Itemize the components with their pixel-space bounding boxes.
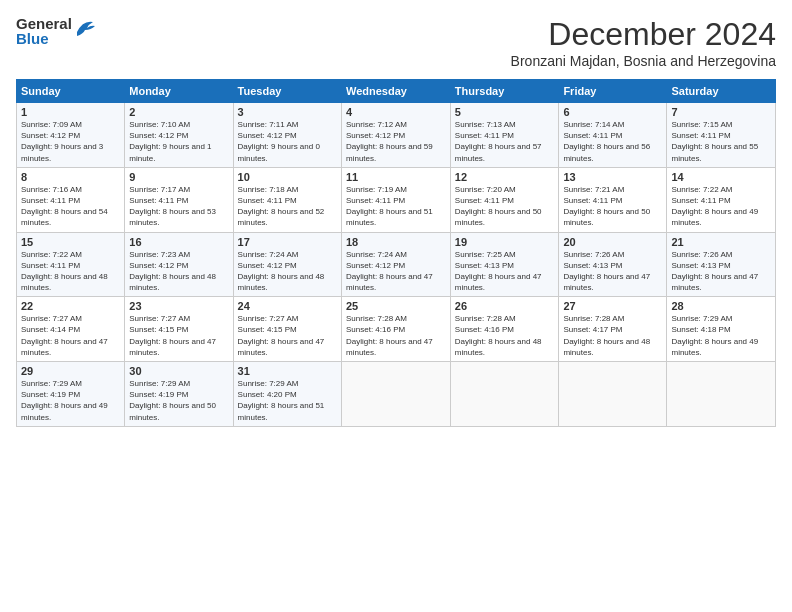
header-day-saturday: Saturday [667, 80, 776, 103]
logo-general: General [16, 16, 72, 31]
day-info: Sunrise: 7:27 AMSunset: 4:15 PMDaylight:… [129, 313, 228, 358]
day-info: Sunrise: 7:22 AMSunset: 4:11 PMDaylight:… [21, 249, 120, 294]
calendar-cell: 22Sunrise: 7:27 AMSunset: 4:14 PMDayligh… [17, 297, 125, 362]
calendar-cell: 27Sunrise: 7:28 AMSunset: 4:17 PMDayligh… [559, 297, 667, 362]
day-number: 12 [455, 171, 555, 183]
day-info: Sunrise: 7:28 AMSunset: 4:16 PMDaylight:… [455, 313, 555, 358]
day-number: 19 [455, 236, 555, 248]
calendar-cell: 3Sunrise: 7:11 AMSunset: 4:12 PMDaylight… [233, 103, 341, 168]
day-number: 5 [455, 106, 555, 118]
month-title: December 2024 [511, 16, 776, 53]
day-number: 6 [563, 106, 662, 118]
calendar-cell [667, 362, 776, 427]
day-number: 29 [21, 365, 120, 377]
day-number: 1 [21, 106, 120, 118]
calendar-cell: 2Sunrise: 7:10 AMSunset: 4:12 PMDaylight… [125, 103, 233, 168]
calendar-cell: 11Sunrise: 7:19 AMSunset: 4:11 PMDayligh… [341, 167, 450, 232]
day-number: 21 [671, 236, 771, 248]
day-info: Sunrise: 7:29 AMSunset: 4:20 PMDaylight:… [238, 378, 337, 423]
day-number: 24 [238, 300, 337, 312]
calendar-cell: 17Sunrise: 7:24 AMSunset: 4:12 PMDayligh… [233, 232, 341, 297]
calendar-header: SundayMondayTuesdayWednesdayThursdayFrid… [17, 80, 776, 103]
day-number: 11 [346, 171, 446, 183]
calendar-cell [450, 362, 559, 427]
logo-bird-icon [75, 18, 97, 36]
week-row-5: 29Sunrise: 7:29 AMSunset: 4:19 PMDayligh… [17, 362, 776, 427]
day-number: 7 [671, 106, 771, 118]
day-info: Sunrise: 7:12 AMSunset: 4:12 PMDaylight:… [346, 119, 446, 164]
day-number: 18 [346, 236, 446, 248]
calendar-body: 1Sunrise: 7:09 AMSunset: 4:12 PMDaylight… [17, 103, 776, 427]
week-row-1: 1Sunrise: 7:09 AMSunset: 4:12 PMDaylight… [17, 103, 776, 168]
calendar-table: SundayMondayTuesdayWednesdayThursdayFrid… [16, 79, 776, 427]
day-info: Sunrise: 7:17 AMSunset: 4:11 PMDaylight:… [129, 184, 228, 229]
header-day-wednesday: Wednesday [341, 80, 450, 103]
day-info: Sunrise: 7:28 AMSunset: 4:16 PMDaylight:… [346, 313, 446, 358]
calendar-cell: 7Sunrise: 7:15 AMSunset: 4:11 PMDaylight… [667, 103, 776, 168]
header-day-tuesday: Tuesday [233, 80, 341, 103]
logo-text: General Blue [16, 16, 72, 46]
day-number: 30 [129, 365, 228, 377]
day-number: 13 [563, 171, 662, 183]
day-info: Sunrise: 7:18 AMSunset: 4:11 PMDaylight:… [238, 184, 337, 229]
day-info: Sunrise: 7:13 AMSunset: 4:11 PMDaylight:… [455, 119, 555, 164]
day-number: 17 [238, 236, 337, 248]
header-day-monday: Monday [125, 80, 233, 103]
day-info: Sunrise: 7:16 AMSunset: 4:11 PMDaylight:… [21, 184, 120, 229]
calendar-cell: 10Sunrise: 7:18 AMSunset: 4:11 PMDayligh… [233, 167, 341, 232]
week-row-3: 15Sunrise: 7:22 AMSunset: 4:11 PMDayligh… [17, 232, 776, 297]
calendar-cell [559, 362, 667, 427]
header: General Blue December 2024 Bronzani Majd… [16, 16, 776, 69]
calendar-cell: 24Sunrise: 7:27 AMSunset: 4:15 PMDayligh… [233, 297, 341, 362]
day-info: Sunrise: 7:29 AMSunset: 4:19 PMDaylight:… [21, 378, 120, 423]
day-number: 4 [346, 106, 446, 118]
calendar-cell: 6Sunrise: 7:14 AMSunset: 4:11 PMDaylight… [559, 103, 667, 168]
week-row-2: 8Sunrise: 7:16 AMSunset: 4:11 PMDaylight… [17, 167, 776, 232]
calendar-cell [341, 362, 450, 427]
day-number: 2 [129, 106, 228, 118]
day-number: 15 [21, 236, 120, 248]
day-number: 27 [563, 300, 662, 312]
logo: General Blue [16, 16, 97, 46]
day-info: Sunrise: 7:27 AMSunset: 4:14 PMDaylight:… [21, 313, 120, 358]
day-info: Sunrise: 7:24 AMSunset: 4:12 PMDaylight:… [346, 249, 446, 294]
day-number: 16 [129, 236, 228, 248]
day-number: 31 [238, 365, 337, 377]
day-info: Sunrise: 7:21 AMSunset: 4:11 PMDaylight:… [563, 184, 662, 229]
day-number: 8 [21, 171, 120, 183]
calendar-cell: 29Sunrise: 7:29 AMSunset: 4:19 PMDayligh… [17, 362, 125, 427]
calendar-cell: 1Sunrise: 7:09 AMSunset: 4:12 PMDaylight… [17, 103, 125, 168]
logo-blue: Blue [16, 31, 72, 46]
day-number: 3 [238, 106, 337, 118]
calendar-cell: 16Sunrise: 7:23 AMSunset: 4:12 PMDayligh… [125, 232, 233, 297]
day-info: Sunrise: 7:23 AMSunset: 4:12 PMDaylight:… [129, 249, 228, 294]
title-area: December 2024 Bronzani Majdan, Bosnia an… [511, 16, 776, 69]
calendar-cell: 23Sunrise: 7:27 AMSunset: 4:15 PMDayligh… [125, 297, 233, 362]
calendar-cell: 19Sunrise: 7:25 AMSunset: 4:13 PMDayligh… [450, 232, 559, 297]
day-info: Sunrise: 7:25 AMSunset: 4:13 PMDaylight:… [455, 249, 555, 294]
calendar-cell: 4Sunrise: 7:12 AMSunset: 4:12 PMDaylight… [341, 103, 450, 168]
header-day-sunday: Sunday [17, 80, 125, 103]
calendar-cell: 26Sunrise: 7:28 AMSunset: 4:16 PMDayligh… [450, 297, 559, 362]
calendar-cell: 13Sunrise: 7:21 AMSunset: 4:11 PMDayligh… [559, 167, 667, 232]
day-number: 28 [671, 300, 771, 312]
day-info: Sunrise: 7:11 AMSunset: 4:12 PMDaylight:… [238, 119, 337, 164]
day-info: Sunrise: 7:24 AMSunset: 4:12 PMDaylight:… [238, 249, 337, 294]
day-number: 23 [129, 300, 228, 312]
calendar-cell: 12Sunrise: 7:20 AMSunset: 4:11 PMDayligh… [450, 167, 559, 232]
calendar-cell: 20Sunrise: 7:26 AMSunset: 4:13 PMDayligh… [559, 232, 667, 297]
calendar-cell: 5Sunrise: 7:13 AMSunset: 4:11 PMDaylight… [450, 103, 559, 168]
day-number: 25 [346, 300, 446, 312]
day-info: Sunrise: 7:20 AMSunset: 4:11 PMDaylight:… [455, 184, 555, 229]
day-info: Sunrise: 7:10 AMSunset: 4:12 PMDaylight:… [129, 119, 228, 164]
day-info: Sunrise: 7:19 AMSunset: 4:11 PMDaylight:… [346, 184, 446, 229]
calendar-cell: 14Sunrise: 7:22 AMSunset: 4:11 PMDayligh… [667, 167, 776, 232]
calendar-cell: 25Sunrise: 7:28 AMSunset: 4:16 PMDayligh… [341, 297, 450, 362]
header-day-thursday: Thursday [450, 80, 559, 103]
day-info: Sunrise: 7:28 AMSunset: 4:17 PMDaylight:… [563, 313, 662, 358]
day-number: 14 [671, 171, 771, 183]
day-number: 9 [129, 171, 228, 183]
calendar-cell: 18Sunrise: 7:24 AMSunset: 4:12 PMDayligh… [341, 232, 450, 297]
calendar-page: General Blue December 2024 Bronzani Majd… [0, 0, 792, 612]
day-info: Sunrise: 7:15 AMSunset: 4:11 PMDaylight:… [671, 119, 771, 164]
